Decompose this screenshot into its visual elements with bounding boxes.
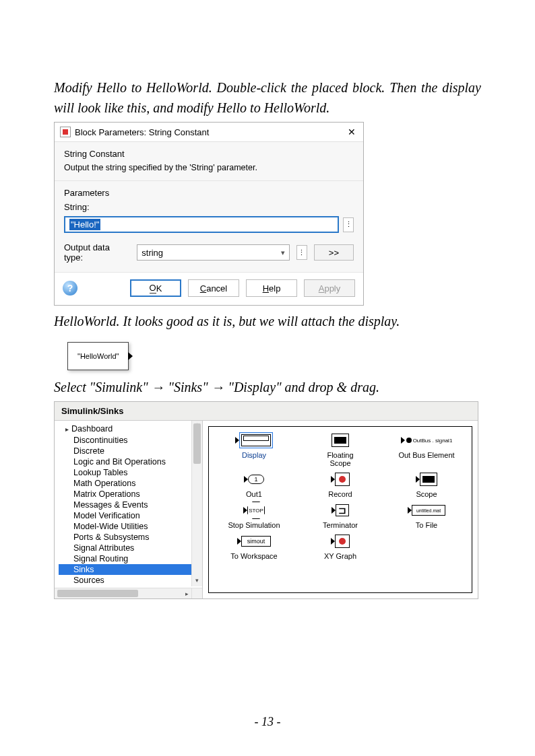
horizontal-scrollbar[interactable]: ◂▸ (55, 588, 191, 598)
block-floating-scope[interactable]: Floating Scope (298, 431, 383, 467)
library-tree[interactable]: DashboardDiscontinuitiesDiscreteLogic an… (55, 421, 202, 589)
string-more-button[interactable]: ⋮ (343, 217, 354, 232)
page-number: - 13 - (0, 715, 535, 729)
tree-item-discontinuities[interactable]: Discontinuities (59, 435, 202, 446)
help-button[interactable]: Help (246, 279, 297, 297)
block-display[interactable]: Display (212, 431, 296, 467)
ok-button[interactable]: OK (130, 279, 181, 297)
tree-item-sources[interactable]: Sources (59, 575, 202, 586)
help-icon[interactable]: ? (63, 281, 77, 296)
output-type-label: Output data type: (64, 242, 130, 263)
string-input[interactable]: "Hello!" (64, 216, 339, 233)
block-to-file[interactable]: untitled.mat To File (384, 501, 469, 529)
dialog-section-title: String Constant (64, 149, 354, 159)
paragraph-3: Select "Simulink" → "Sinks" → "Display" … (54, 377, 481, 397)
apply-button: Apply (304, 279, 355, 297)
tree-item-model-verification[interactable]: Model Verification (59, 510, 202, 521)
vertical-scrollbar[interactable]: ▴▾ (191, 421, 202, 586)
block-to-workspace[interactable]: simout To Workspace (212, 532, 296, 560)
tree-item-sinks[interactable]: Sinks (59, 564, 202, 575)
block-xy-graph[interactable]: XY Graph (298, 532, 383, 560)
tree-item-signal-attributes[interactable]: Signal Attributes (59, 543, 202, 553)
close-icon[interactable]: ✕ (347, 127, 356, 137)
tree-item-math-operations[interactable]: Math Operations (59, 478, 202, 489)
tree-item-ports-subsystems[interactable]: Ports & Subsystems (59, 532, 202, 543)
library-breadcrumb: Simulink/Sinks (55, 402, 478, 421)
block-stop-simulation[interactable]: STOP Stop Simulation (212, 501, 296, 529)
tree-item-discrete[interactable]: Discrete (59, 446, 202, 456)
forward-button[interactable]: >> (314, 244, 354, 261)
cancel-button[interactable]: Cancel (188, 279, 239, 297)
block-parameters-dialog: Block Parameters: String Constant ✕ Stri… (54, 122, 364, 306)
tree-item-messages-events[interactable]: Messages & Events (59, 500, 202, 510)
block-record[interactable]: Record (298, 470, 383, 498)
output-port-icon (128, 352, 133, 360)
tree-item-signal-routing[interactable]: Signal Routing (59, 553, 202, 564)
chevron-down-icon: ▾ (281, 248, 285, 257)
tree-item-dashboard[interactable]: Dashboard (59, 423, 202, 435)
parameters-label: Parameters (64, 188, 354, 198)
block-outbus-element[interactable]: OutBus . signal1 Out Bus Element (384, 431, 469, 467)
block-terminator[interactable]: ⊐ Terminator (298, 501, 383, 529)
paragraph-2: HelloWorld. It looks good as it is, but … (54, 311, 481, 331)
dialog-icon (60, 127, 71, 137)
output-type-more-button[interactable]: ⋮ (296, 245, 307, 260)
library-browser: Simulink/Sinks DashboardDiscontinuitiesD… (54, 401, 478, 599)
tree-item-model-wide-utilities[interactable]: Model-Wide Utilities (59, 521, 202, 532)
tree-item-lookup-tables[interactable]: Lookup Tables (59, 467, 202, 478)
string-field-label: String: (64, 202, 354, 212)
paragraph-1: Modify Hello to HelloWorld. Double-click… (54, 77, 481, 118)
dialog-description: Output the string specified by the 'Stri… (64, 163, 354, 172)
tree-item-logic-and-bit-operations[interactable]: Logic and Bit Operations (59, 456, 202, 467)
block-grid: Display Floating Scope OutBus . signal1 … (212, 431, 469, 560)
dialog-title-text: Block Parameters: String Constant (75, 127, 209, 137)
helloworld-block[interactable]: "HelloWorld" (67, 342, 129, 370)
tree-item-matrix-operations[interactable]: Matrix Operations (59, 489, 202, 500)
output-type-select[interactable]: string ▾ (137, 244, 290, 261)
block-out1[interactable]: 1 Out1 (212, 470, 296, 498)
dialog-titlebar[interactable]: Block Parameters: String Constant ✕ (55, 123, 363, 142)
block-scope[interactable]: Scope (384, 470, 469, 498)
